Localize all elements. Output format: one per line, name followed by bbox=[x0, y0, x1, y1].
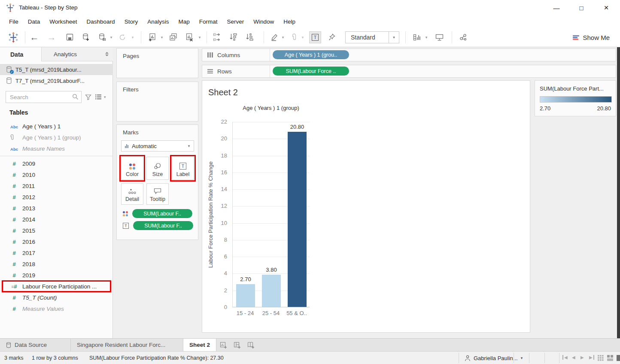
pause-dropdown-caret[interactable]: ▾ bbox=[108, 27, 114, 47]
marks-color-pill[interactable]: SUM(Labour F.. bbox=[132, 209, 192, 218]
nav-next-button[interactable]: ▶ bbox=[580, 355, 584, 360]
bar-mark[interactable] bbox=[236, 284, 255, 307]
field-row[interactable]: #2011 bbox=[0, 180, 113, 191]
sort-ascending-button[interactable] bbox=[226, 27, 240, 47]
field-row[interactable]: #2017 bbox=[0, 247, 113, 258]
menu-item-worksheet[interactable]: Worksheet bbox=[45, 17, 82, 27]
field-row[interactable]: #2018 bbox=[0, 258, 113, 270]
highlight-dropdown-caret[interactable]: ▾ bbox=[280, 27, 286, 47]
minimize-button[interactable]: — bbox=[546, 0, 567, 15]
rows-pill[interactable]: SUM(Labour Force .. bbox=[273, 67, 349, 76]
rows-shelf[interactable]: Rows SUM(Labour Force .. bbox=[202, 65, 616, 78]
field-row[interactable]: Age ( Years ) 1 (group) bbox=[0, 132, 113, 143]
new-dashboard-tab-button[interactable] bbox=[230, 339, 244, 351]
data-source-item[interactable]: T7_T (mrsd_2019LabourF... bbox=[0, 75, 113, 86]
search-input[interactable] bbox=[6, 91, 82, 103]
field-row[interactable]: #2009 bbox=[0, 158, 113, 169]
fix-axes-pin-button[interactable] bbox=[325, 27, 338, 47]
menu-item-analysis[interactable]: Analysis bbox=[143, 17, 173, 27]
columns-shelf[interactable]: Columns Age ( Years ) 1 (grou.. bbox=[202, 49, 616, 61]
bar-mark[interactable] bbox=[262, 275, 281, 307]
view-options-icon[interactable] bbox=[95, 94, 102, 100]
field-row[interactable]: #2015 bbox=[0, 225, 113, 236]
refresh-dropdown-caret[interactable]: ▾ bbox=[130, 27, 136, 47]
tooltip-button[interactable]: Tooltip bbox=[146, 183, 169, 205]
marks-label-pill[interactable]: SUM(Labour F.. bbox=[133, 221, 193, 230]
label-button[interactable]: T Label bbox=[172, 157, 194, 180]
detail-button[interactable]: Detail bbox=[121, 183, 143, 205]
maximize-button[interactable]: □ bbox=[571, 0, 592, 15]
show-mark-labels-button[interactable]: T bbox=[309, 31, 321, 43]
menu-item-format[interactable]: Format bbox=[195, 17, 222, 27]
pages-shelf[interactable]: Pages bbox=[116, 48, 198, 78]
swap-axes-button[interactable] bbox=[210, 27, 224, 47]
menu-item-map[interactable]: Map bbox=[173, 17, 194, 27]
refresh-button[interactable] bbox=[115, 27, 130, 47]
columns-pill[interactable]: Age ( Years ) 1 (grou.. bbox=[273, 50, 349, 59]
mark-type-dropdown[interactable]: Automatic ▾ bbox=[121, 140, 194, 152]
new-worksheet-button[interactable] bbox=[145, 27, 160, 47]
filter-funnel-icon[interactable] bbox=[85, 94, 91, 100]
field-row[interactable]: #2010 bbox=[0, 169, 113, 180]
presentation-mode-button[interactable] bbox=[432, 27, 447, 47]
field-row[interactable]: #2019 bbox=[0, 270, 113, 281]
cards-dropdown-caret[interactable]: ▾ bbox=[423, 27, 429, 47]
bar-mark[interactable] bbox=[288, 132, 307, 307]
field-row[interactable]: AbcMeasure Names bbox=[0, 143, 113, 154]
field-row[interactable]: #2014 bbox=[0, 214, 113, 225]
show-me-button[interactable]: Show Me bbox=[573, 31, 610, 43]
save-button[interactable] bbox=[63, 27, 76, 47]
menu-item-server[interactable]: Server bbox=[222, 17, 249, 27]
tab-sheet1[interactable]: Singapore Resident Labour Forc... bbox=[71, 339, 183, 351]
menu-item-story[interactable]: Story bbox=[120, 17, 143, 27]
menu-item-dashboard[interactable]: Dashboard bbox=[82, 17, 120, 27]
tab-sheet2[interactable]: Sheet 2 bbox=[183, 339, 216, 351]
tab-analytics[interactable]: Analytics bbox=[42, 47, 113, 61]
field-row[interactable]: #Measure Values bbox=[0, 303, 113, 314]
field-row[interactable]: #2012 bbox=[0, 191, 113, 203]
field-row[interactable]: =#Labour Force Participation ... bbox=[0, 281, 113, 292]
menu-item-data[interactable]: Data bbox=[23, 17, 45, 27]
nav-last-button[interactable]: ▶ bbox=[589, 355, 594, 360]
paperclip-dropdown-caret[interactable]: ▾ bbox=[300, 27, 306, 47]
fit-selector[interactable]: Standard ▾ bbox=[345, 31, 399, 43]
clear-sheet-button[interactable] bbox=[182, 27, 197, 47]
undo-button[interactable]: ← bbox=[27, 27, 42, 47]
pause-auto-updates-button[interactable] bbox=[95, 27, 109, 47]
menu-item-window[interactable]: Window bbox=[249, 17, 279, 27]
single-view-icon[interactable] bbox=[617, 355, 620, 361]
size-button[interactable]: Size bbox=[146, 157, 169, 180]
nav-first-button[interactable]: ◀ bbox=[562, 355, 568, 360]
pane-expand-icon[interactable] bbox=[105, 52, 109, 56]
duplicate-sheet-button[interactable] bbox=[166, 27, 180, 47]
share-button[interactable] bbox=[456, 27, 471, 47]
clear-dropdown-caret[interactable]: ▾ bbox=[197, 27, 203, 47]
format-links-button[interactable] bbox=[288, 27, 301, 47]
field-row[interactable]: #T5_T (Count) bbox=[0, 292, 113, 303]
new-story-tab-button[interactable] bbox=[244, 339, 258, 351]
field-row[interactable]: #2013 bbox=[0, 203, 113, 214]
tab-data-source[interactable]: Data Source bbox=[0, 339, 71, 351]
menu-item-help[interactable]: Help bbox=[279, 17, 300, 27]
field-row[interactable]: #2016 bbox=[0, 236, 113, 247]
legend-gradient[interactable] bbox=[540, 96, 612, 103]
filters-shelf[interactable]: Filters bbox=[116, 82, 198, 121]
nav-prev-button[interactable]: ◀ bbox=[572, 355, 575, 360]
grid-view-icon[interactable] bbox=[598, 355, 604, 361]
show-hide-cards-button[interactable] bbox=[410, 27, 423, 47]
data-source-item[interactable]: ✓ T5_T (mrsd_2019Labour... bbox=[0, 64, 113, 75]
menu-item-file[interactable]: File bbox=[4, 17, 23, 27]
close-button[interactable]: × bbox=[596, 0, 617, 15]
tab-data[interactable]: Data bbox=[0, 47, 42, 61]
fit-caret[interactable]: ▾ bbox=[389, 32, 399, 43]
new-worksheet-dropdown-caret[interactable]: ▾ bbox=[159, 27, 165, 47]
filmstrip-view-icon[interactable] bbox=[607, 355, 613, 361]
new-worksheet-tab-button[interactable] bbox=[216, 339, 230, 351]
redo-button[interactable]: → bbox=[44, 27, 59, 47]
toolbar-logo-button[interactable] bbox=[7, 27, 20, 47]
field-row[interactable]: AbcAge ( Years ) 1 bbox=[0, 121, 113, 132]
new-data-source-button[interactable] bbox=[79, 27, 93, 47]
view-options-caret[interactable]: ▾ bbox=[104, 95, 106, 99]
highlight-button[interactable] bbox=[268, 27, 281, 47]
color-button[interactable]: Color bbox=[121, 157, 143, 180]
